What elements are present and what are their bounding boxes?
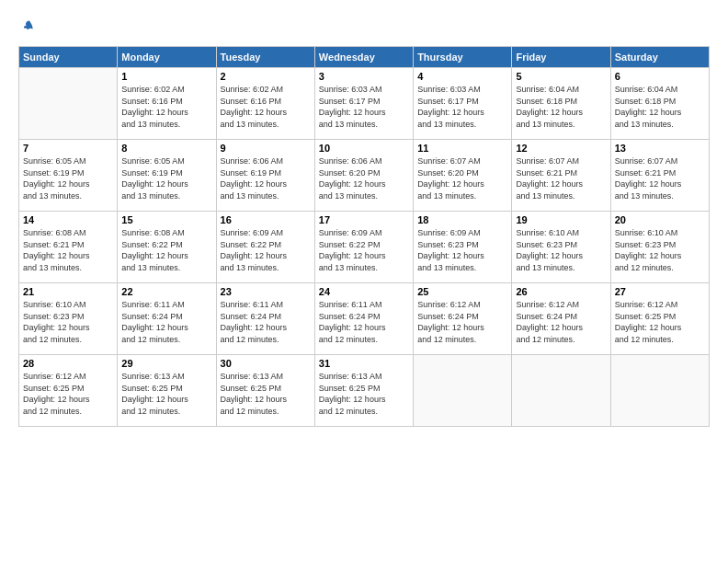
day-info: Sunrise: 6:11 AMSunset: 6:24 PMDaylight:… bbox=[121, 299, 211, 345]
day-number: 29 bbox=[121, 358, 211, 369]
calendar-cell: 10Sunrise: 6:06 AMSunset: 6:20 PMDayligh… bbox=[314, 140, 413, 212]
calendar-cell: 23Sunrise: 6:11 AMSunset: 6:24 PMDayligh… bbox=[216, 283, 314, 355]
day-number: 14 bbox=[23, 214, 113, 225]
calendar-header-row: SundayMondayTuesdayWednesdayThursdayFrid… bbox=[19, 47, 710, 68]
day-info: Sunrise: 6:13 AMSunset: 6:25 PMDaylight:… bbox=[221, 371, 311, 417]
day-number: 16 bbox=[221, 214, 311, 225]
day-info: Sunrise: 6:04 AMSunset: 6:18 PMDaylight:… bbox=[516, 84, 606, 130]
day-number: 18 bbox=[417, 214, 507, 225]
day-info: Sunrise: 6:12 AMSunset: 6:25 PMDaylight:… bbox=[23, 371, 113, 417]
day-number: 21 bbox=[23, 286, 113, 297]
day-info: Sunrise: 6:02 AMSunset: 6:16 PMDaylight:… bbox=[121, 84, 211, 130]
calendar-cell: 25Sunrise: 6:12 AMSunset: 6:24 PMDayligh… bbox=[414, 283, 512, 355]
weekday-header: Saturday bbox=[610, 47, 709, 68]
day-number: 1 bbox=[121, 71, 211, 82]
calendar-cell: 13Sunrise: 6:07 AMSunset: 6:21 PMDayligh… bbox=[610, 140, 709, 212]
calendar-cell bbox=[610, 355, 709, 427]
weekday-header: Thursday bbox=[414, 47, 512, 68]
day-number: 9 bbox=[221, 143, 311, 154]
calendar-cell: 18Sunrise: 6:09 AMSunset: 6:23 PMDayligh… bbox=[414, 212, 512, 283]
calendar-cell: 24Sunrise: 6:11 AMSunset: 6:24 PMDayligh… bbox=[314, 283, 413, 355]
day-number: 4 bbox=[417, 71, 507, 82]
day-number: 15 bbox=[121, 214, 211, 225]
calendar-cell bbox=[19, 68, 118, 140]
day-number: 28 bbox=[23, 358, 113, 369]
calendar-cell: 16Sunrise: 6:09 AMSunset: 6:22 PMDayligh… bbox=[216, 212, 314, 283]
day-info: Sunrise: 6:06 AMSunset: 6:19 PMDaylight:… bbox=[221, 155, 311, 201]
day-info: Sunrise: 6:10 AMSunset: 6:23 PMDaylight:… bbox=[516, 227, 606, 273]
calendar-week-row: 7Sunrise: 6:05 AMSunset: 6:19 PMDaylight… bbox=[19, 140, 710, 212]
weekday-header: Sunday bbox=[19, 47, 118, 68]
calendar-cell: 8Sunrise: 6:05 AMSunset: 6:19 PMDaylight… bbox=[118, 140, 216, 212]
day-info: Sunrise: 6:12 AMSunset: 6:25 PMDaylight:… bbox=[615, 299, 705, 345]
day-info: Sunrise: 6:11 AMSunset: 6:24 PMDaylight:… bbox=[221, 299, 311, 345]
day-info: Sunrise: 6:12 AMSunset: 6:24 PMDaylight:… bbox=[417, 299, 507, 345]
calendar-cell: 11Sunrise: 6:07 AMSunset: 6:20 PMDayligh… bbox=[414, 140, 512, 212]
calendar-cell: 6Sunrise: 6:04 AMSunset: 6:18 PMDaylight… bbox=[610, 68, 709, 140]
calendar-table: SundayMondayTuesdayWednesdayThursdayFrid… bbox=[18, 46, 710, 427]
calendar-cell: 7Sunrise: 6:05 AMSunset: 6:19 PMDaylight… bbox=[19, 140, 118, 212]
day-info: Sunrise: 6:10 AMSunset: 6:23 PMDaylight:… bbox=[23, 299, 113, 345]
weekday-header: Wednesday bbox=[314, 47, 413, 68]
calendar-cell: 4Sunrise: 6:03 AMSunset: 6:17 PMDaylight… bbox=[414, 68, 512, 140]
day-info: Sunrise: 6:07 AMSunset: 6:21 PMDaylight:… bbox=[516, 155, 606, 201]
day-info: Sunrise: 6:04 AMSunset: 6:18 PMDaylight:… bbox=[615, 84, 705, 130]
day-number: 13 bbox=[615, 143, 705, 154]
calendar-cell: 5Sunrise: 6:04 AMSunset: 6:18 PMDaylight… bbox=[512, 68, 610, 140]
day-number: 6 bbox=[615, 71, 705, 82]
day-info: Sunrise: 6:06 AMSunset: 6:20 PMDaylight:… bbox=[319, 155, 409, 201]
day-number: 2 bbox=[221, 71, 311, 82]
day-info: Sunrise: 6:13 AMSunset: 6:25 PMDaylight:… bbox=[121, 371, 211, 417]
day-number: 10 bbox=[319, 143, 409, 154]
day-number: 19 bbox=[516, 214, 606, 225]
calendar-cell: 28Sunrise: 6:12 AMSunset: 6:25 PMDayligh… bbox=[19, 355, 118, 427]
logo-bird-icon bbox=[20, 18, 39, 37]
day-info: Sunrise: 6:08 AMSunset: 6:22 PMDaylight:… bbox=[121, 227, 211, 273]
day-number: 3 bbox=[319, 71, 409, 82]
day-info: Sunrise: 6:10 AMSunset: 6:23 PMDaylight:… bbox=[615, 227, 705, 273]
logo bbox=[18, 18, 39, 37]
day-number: 22 bbox=[121, 286, 211, 297]
day-number: 27 bbox=[615, 286, 705, 297]
weekday-header: Monday bbox=[118, 47, 216, 68]
day-info: Sunrise: 6:03 AMSunset: 6:17 PMDaylight:… bbox=[319, 84, 409, 130]
weekday-header: Friday bbox=[512, 47, 610, 68]
day-number: 23 bbox=[221, 286, 311, 297]
day-number: 17 bbox=[319, 214, 409, 225]
day-number: 11 bbox=[417, 143, 507, 154]
day-number: 26 bbox=[516, 286, 606, 297]
day-info: Sunrise: 6:03 AMSunset: 6:17 PMDaylight:… bbox=[417, 84, 507, 130]
day-info: Sunrise: 6:12 AMSunset: 6:24 PMDaylight:… bbox=[516, 299, 606, 345]
calendar-cell: 1Sunrise: 6:02 AMSunset: 6:16 PMDaylight… bbox=[118, 68, 216, 140]
calendar-week-row: 21Sunrise: 6:10 AMSunset: 6:23 PMDayligh… bbox=[19, 283, 710, 355]
calendar-cell: 15Sunrise: 6:08 AMSunset: 6:22 PMDayligh… bbox=[118, 212, 216, 283]
day-number: 12 bbox=[516, 143, 606, 154]
day-info: Sunrise: 6:09 AMSunset: 6:22 PMDaylight:… bbox=[319, 227, 409, 273]
day-info: Sunrise: 6:05 AMSunset: 6:19 PMDaylight:… bbox=[23, 155, 113, 201]
day-info: Sunrise: 6:07 AMSunset: 6:21 PMDaylight:… bbox=[615, 155, 705, 201]
day-number: 20 bbox=[615, 214, 705, 225]
calendar-cell: 9Sunrise: 6:06 AMSunset: 6:19 PMDaylight… bbox=[216, 140, 314, 212]
day-info: Sunrise: 6:13 AMSunset: 6:25 PMDaylight:… bbox=[319, 371, 409, 417]
calendar-cell: 14Sunrise: 6:08 AMSunset: 6:21 PMDayligh… bbox=[19, 212, 118, 283]
calendar-cell bbox=[414, 355, 512, 427]
calendar-cell: 30Sunrise: 6:13 AMSunset: 6:25 PMDayligh… bbox=[216, 355, 314, 427]
calendar-cell: 19Sunrise: 6:10 AMSunset: 6:23 PMDayligh… bbox=[512, 212, 610, 283]
day-number: 7 bbox=[23, 143, 113, 154]
calendar-cell bbox=[512, 355, 610, 427]
day-info: Sunrise: 6:08 AMSunset: 6:21 PMDaylight:… bbox=[23, 227, 113, 273]
header bbox=[18, 18, 710, 37]
page: SundayMondayTuesdayWednesdayThursdayFrid… bbox=[0, 0, 728, 563]
calendar-week-row: 14Sunrise: 6:08 AMSunset: 6:21 PMDayligh… bbox=[19, 212, 710, 283]
calendar-cell: 3Sunrise: 6:03 AMSunset: 6:17 PMDaylight… bbox=[314, 68, 413, 140]
calendar-cell: 22Sunrise: 6:11 AMSunset: 6:24 PMDayligh… bbox=[118, 283, 216, 355]
weekday-header: Tuesday bbox=[216, 47, 314, 68]
day-info: Sunrise: 6:05 AMSunset: 6:19 PMDaylight:… bbox=[121, 155, 211, 201]
calendar-cell: 31Sunrise: 6:13 AMSunset: 6:25 PMDayligh… bbox=[314, 355, 413, 427]
calendar-week-row: 28Sunrise: 6:12 AMSunset: 6:25 PMDayligh… bbox=[19, 355, 710, 427]
calendar-cell: 2Sunrise: 6:02 AMSunset: 6:16 PMDaylight… bbox=[216, 68, 314, 140]
day-info: Sunrise: 6:07 AMSunset: 6:20 PMDaylight:… bbox=[417, 155, 507, 201]
day-info: Sunrise: 6:11 AMSunset: 6:24 PMDaylight:… bbox=[319, 299, 409, 345]
day-number: 31 bbox=[319, 358, 409, 369]
calendar-cell: 26Sunrise: 6:12 AMSunset: 6:24 PMDayligh… bbox=[512, 283, 610, 355]
